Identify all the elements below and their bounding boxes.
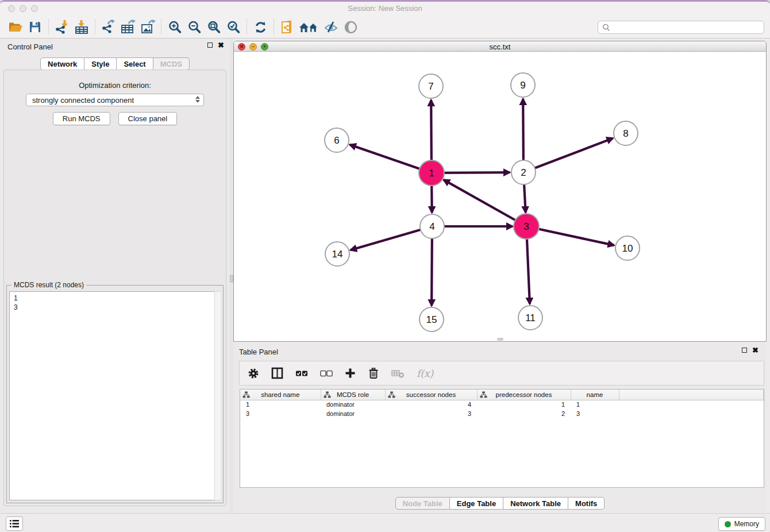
run-mcds-button[interactable]: Run MCDS	[53, 112, 110, 125]
graph-node-14[interactable]: 14	[325, 242, 349, 266]
table-panel: Table Panel ✖	[233, 344, 767, 512]
show-columns-button[interactable]	[271, 367, 283, 379]
graph-node-1[interactable]: 1	[419, 160, 444, 186]
add-row-button[interactable]	[345, 368, 356, 379]
unchecked-boxes-icon	[320, 369, 333, 377]
hide-graphics-button[interactable]	[321, 18, 341, 36]
graph-node-2[interactable]: 2	[511, 160, 536, 184]
zoom-selected-button[interactable]	[224, 18, 243, 36]
graph-node-11[interactable]: 11	[518, 306, 542, 330]
export-table-icon	[121, 20, 136, 34]
tab-edge-table[interactable]: Edge Table	[450, 497, 503, 510]
function-builder-button[interactable]: f(x)	[417, 368, 433, 379]
table-options-button[interactable]	[248, 368, 259, 379]
column-type-icon	[480, 391, 487, 399]
show-panels-button[interactable]	[6, 516, 23, 531]
memory-button[interactable]: Memory	[718, 517, 765, 531]
window-title: Session: New Session	[0, 4, 770, 13]
clone-network-button[interactable]	[278, 18, 297, 36]
table-panel-header: Table Panel ✖	[233, 344, 767, 360]
svg-text:4: 4	[429, 221, 434, 232]
graph-node-9[interactable]: 9	[511, 73, 535, 97]
refresh-icon	[253, 20, 268, 34]
column-type-icon	[388, 391, 395, 399]
optimization-criterion-label: Optimization criterion:	[4, 81, 226, 90]
control-panel: Control Panel ✖ NetworkStyleSelectMCDS O…	[0, 38, 230, 513]
svg-text:6: 6	[334, 135, 339, 146]
select-all-button[interactable]	[295, 369, 308, 377]
search-input[interactable]	[611, 23, 764, 32]
column-header-MCDS-role[interactable]: MCDS role	[321, 390, 385, 400]
search-icon	[602, 23, 611, 32]
table-cell: 3	[385, 409, 477, 418]
node-table-wrap: shared nameMCDS rolesuccessor nodesprede…	[240, 389, 764, 488]
export-table-button[interactable]	[118, 18, 138, 36]
tab-mcds[interactable]: MCDS	[153, 57, 190, 70]
table-row[interactable]: 3dominator323	[240, 409, 764, 418]
tab-select[interactable]: Select	[117, 57, 153, 70]
status-bar: Memory	[0, 513, 770, 532]
delete-button[interactable]	[368, 367, 379, 379]
graph-node-6[interactable]: 6	[325, 128, 349, 152]
result-scrollbar[interactable]	[214, 291, 221, 500]
graph-node-15[interactable]: 15	[419, 307, 444, 331]
mcds-panel: Optimization criterion: strongly connect…	[3, 70, 226, 506]
show-graphics-button[interactable]	[341, 18, 360, 36]
zoom-fit-button[interactable]	[204, 18, 224, 36]
graph-node-7[interactable]: 7	[419, 74, 443, 98]
graph-edge-3-1[interactable]	[444, 180, 526, 226]
graph-node-8[interactable]: 8	[614, 121, 638, 145]
close-panel-button[interactable]: Close panel	[118, 112, 178, 125]
column-header-predecessor-nodes[interactable]: predecessor nodes	[477, 390, 571, 400]
column-header-successor-nodes[interactable]: successor nodes	[385, 390, 477, 400]
table-cell: 4	[385, 400, 477, 409]
table-row[interactable]: 1dominator411	[240, 400, 764, 409]
dropdown-stepper-icon	[195, 96, 200, 103]
graph-edge-2-8[interactable]	[523, 138, 613, 172]
table-cell: dominator	[321, 409, 385, 418]
close-table-panel-icon[interactable]: ✖	[752, 347, 759, 353]
column-header-shared-name[interactable]: shared name	[240, 390, 321, 400]
graph-node-3[interactable]: 3	[514, 214, 539, 239]
tab-node-table[interactable]: Node Table	[395, 497, 450, 510]
unselect-all-button[interactable]	[320, 369, 333, 377]
close-panel-icon[interactable]: ✖	[218, 42, 224, 48]
search-box	[598, 21, 764, 34]
dropdown-value: strongly connected component	[32, 96, 134, 105]
zoom-in-button[interactable]	[165, 18, 184, 36]
home-button[interactable]	[297, 18, 321, 36]
import-network-button[interactable]	[52, 18, 72, 36]
open-session-button[interactable]	[6, 18, 25, 36]
float-panel-icon[interactable]	[207, 43, 213, 48]
network-resize-handle[interactable]	[497, 338, 503, 341]
graph-edge-4-14[interactable]	[351, 226, 432, 250]
float-table-panel-icon[interactable]	[742, 348, 747, 353]
save-session-button[interactable]	[25, 18, 45, 36]
gear-icon	[248, 368, 259, 379]
network-canvas[interactable]: 7968124314101511	[234, 52, 766, 341]
graph-node-4[interactable]: 4	[420, 214, 444, 238]
table-cell: 1	[477, 400, 571, 409]
svg-text:14: 14	[332, 249, 343, 260]
zoom-out-button[interactable]	[184, 18, 204, 36]
mcds-result-title: MCDS result (2 nodes)	[11, 281, 86, 289]
tab-style[interactable]: Style	[84, 57, 117, 70]
network-view-window: ✕ − + scc.txt 7968124314101511	[233, 41, 767, 342]
tab-network[interactable]: Network	[40, 57, 84, 70]
table-cell-filler	[619, 409, 764, 418]
graph-node-10[interactable]: 10	[615, 236, 640, 260]
import-table-button[interactable]	[72, 18, 91, 36]
network-window-titlebar[interactable]: ✕ − + scc.txt	[234, 41, 766, 52]
mcds-result-text[interactable]: 13	[9, 291, 221, 500]
zoom-selected-icon	[226, 20, 241, 34]
tab-motifs[interactable]: Motifs	[568, 497, 605, 510]
destroy-column-button[interactable]	[391, 368, 405, 379]
tab-network-table[interactable]: Network Table	[503, 497, 568, 510]
node-table: shared nameMCDS rolesuccessor nodesprede…	[240, 390, 764, 418]
refresh-button[interactable]	[251, 18, 270, 36]
export-image-button[interactable]	[138, 18, 157, 36]
optimization-criterion-select[interactable]: strongly connected component	[26, 94, 204, 106]
export-network-button[interactable]	[99, 18, 118, 36]
column-header-name[interactable]: name	[571, 390, 619, 400]
graph-edge-3-10[interactable]	[526, 226, 614, 245]
